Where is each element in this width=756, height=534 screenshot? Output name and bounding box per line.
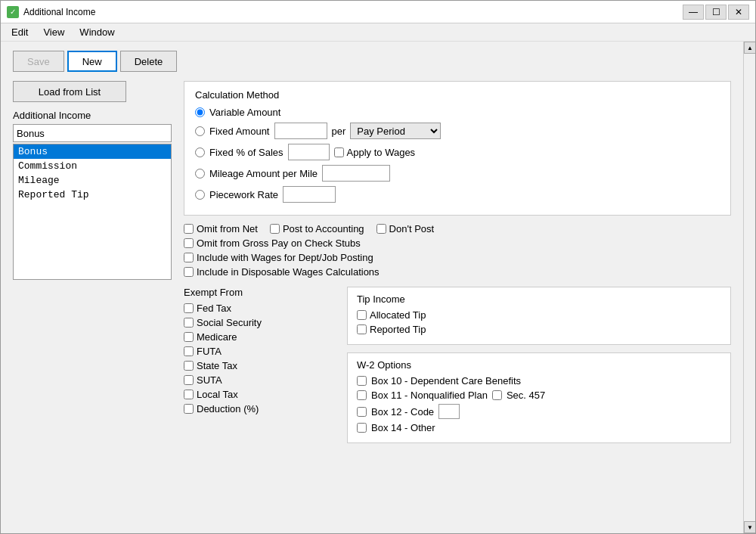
apply-to-wages-label: Apply to Wages [334,147,416,158]
list-item-mileage[interactable]: Mileage [14,173,171,188]
include-disposable-checkbox[interactable] [184,267,194,277]
allocated-tip-checkbox[interactable] [357,310,367,320]
omit-from-net-checkbox[interactable] [184,224,194,234]
window-body: Save New Delete Load from List Additiona… [1,42,755,533]
menu-edit[interactable]: Edit [4,25,36,39]
suta-checkbox[interactable] [184,375,194,385]
list-item-commission[interactable]: Commission [14,159,171,173]
piecework-row: Piecework Rate [195,186,720,203]
piecework-input[interactable] [283,186,336,203]
fixed-amount-input[interactable] [274,123,327,139]
mileage-input[interactable] [322,165,390,182]
w2-box11-checkbox[interactable] [357,390,367,400]
state-tax-checkbox[interactable] [184,361,194,371]
variable-amount-label: Variable Amount [209,107,280,118]
reported-tip-label: Reported Tip [370,324,426,335]
reported-tip-row: Reported Tip [357,324,721,335]
list-item-bonus[interactable]: Bonus [14,144,171,159]
social-security-label: Social Security [197,317,262,328]
medicare-checkbox[interactable] [184,332,194,342]
fixed-pct-row: Fixed % of Sales Apply to Wages [195,144,720,160]
w2-box14-row: Box 14 - Other [357,422,721,433]
include-disposable-row: Include in Disposable Wages Calculations [184,266,731,278]
include-wages-row: Include with Wages for Dept/Job Posting [184,252,731,263]
options-section: Omit from Net Post to Accounting Don't P… [184,223,731,278]
tip-income-title: Tip Income [357,293,721,305]
mileage-row: Mileage Amount per Mile [195,165,720,182]
w2-box12-checkbox[interactable] [357,407,367,417]
minimize-button[interactable]: — [683,5,704,20]
save-button[interactable]: Save [13,51,64,72]
pay-period-select[interactable]: Pay Period [350,123,441,139]
scroll-up-button[interactable]: ▲ [744,42,755,54]
window-title: Additional Income [23,7,683,17]
additional-income-label: Additional Income [13,110,172,121]
w2-sec457-checkbox[interactable] [492,390,502,400]
post-to-accounting-checkbox[interactable] [270,224,280,234]
social-security-row: Social Security [184,317,335,328]
close-button[interactable]: ✕ [728,5,749,20]
state-tax-row: State Tax [184,360,335,371]
omit-gross-checkbox[interactable] [184,238,194,248]
variable-amount-radio[interactable] [195,107,205,117]
main-content: Save New Delete Load from List Additiona… [1,42,743,533]
w2-box12-code-input[interactable] [438,404,460,419]
futa-row: FUTA [184,346,335,357]
income-name-input[interactable] [13,124,172,142]
apply-to-wages-checkbox[interactable] [334,147,344,157]
omit-from-net-text: Omit from Net [197,223,258,234]
dont-post-label: Don't Post [376,223,435,234]
menu-window[interactable]: Window [72,25,122,39]
apply-to-wages-text: Apply to Wages [347,147,416,158]
option-row-1: Omit from Net Post to Accounting Don't P… [184,223,731,234]
left-panel: Load from List Additional Income Bonus C… [13,81,172,443]
futa-checkbox[interactable] [184,346,194,356]
mileage-label: Mileage Amount per Mile [209,168,318,179]
allocated-tip-label: Allocated Tip [370,309,426,321]
fixed-amount-label: Fixed Amount [209,126,270,137]
fixed-pct-radio[interactable] [195,147,205,157]
fixed-pct-label: Fixed % of Sales [209,147,284,158]
fixed-amount-radio[interactable] [195,126,205,136]
deduction-label: Deduction (%) [197,403,259,414]
state-tax-label: State Tax [197,360,237,371]
w2-box11-row: Box 11 - Nonqualified Plan Sec. 457 [357,390,721,401]
deduction-checkbox[interactable] [184,404,194,414]
w2-title: W-2 Options [357,359,721,371]
include-wages-text: Include with Wages for Dept/Job Posting [197,252,373,263]
load-from-list-button[interactable]: Load from List [13,81,126,102]
calculation-method-panel: Calculation Method Variable Amount Fixed… [184,81,731,216]
w2-box10-row: Box 10 - Dependent Care Benefits [357,375,721,387]
include-wages-checkbox[interactable] [184,253,194,262]
new-button[interactable]: New [67,51,117,72]
menu-view[interactable]: View [36,25,72,39]
calc-method-title: Calculation Method [195,89,720,101]
scroll-down-button[interactable]: ▼ [744,521,755,533]
dont-post-checkbox[interactable] [376,224,386,234]
social-security-checkbox[interactable] [184,318,194,328]
w2-box10-checkbox[interactable] [357,376,367,386]
mileage-radio[interactable] [195,169,205,179]
w2-options-panel: W-2 Options Box 10 - Dependent Care Bene… [347,352,731,443]
fed-tax-checkbox[interactable] [184,303,194,313]
reported-tip-checkbox[interactable] [357,324,367,334]
piecework-radio[interactable] [195,190,205,200]
fixed-pct-input[interactable] [288,144,330,160]
local-tax-checkbox[interactable] [184,390,194,399]
delete-button[interactable]: Delete [120,51,178,72]
scrollbar-track[interactable] [744,54,755,521]
w2-box14-checkbox[interactable] [357,423,367,433]
two-col-layout: Load from List Additional Income Bonus C… [13,81,731,443]
maximize-button[interactable]: ☐ [705,5,727,20]
include-disposable-text: Include in Disposable Wages Calculations [197,266,380,278]
list-item-reported-tip[interactable]: Reported Tip [14,188,171,202]
w2-box11-label: Box 11 - Nonqualified Plan [371,390,488,401]
dont-post-text: Don't Post [389,223,435,234]
omit-gross-row: Omit from Gross Pay on Check Stubs [184,238,731,249]
suta-label: SUTA [197,374,222,386]
w2-box14-label: Box 14 - Other [371,422,435,433]
fed-tax-label: Fed Tax [197,303,231,314]
main-window: ✓ Additional Income — ☐ ✕ Edit View Wind… [0,0,756,534]
medicare-label: Medicare [197,331,237,343]
exempt-from-title: Exempt From [184,287,335,298]
